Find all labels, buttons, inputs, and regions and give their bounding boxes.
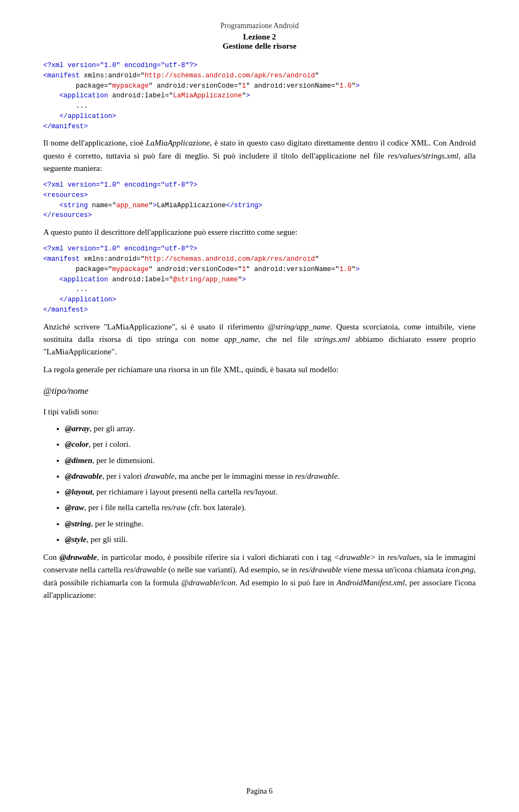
page: Programmazione Android Lezione 2 Gestion… — [0, 0, 519, 812]
header-line1: Lezione 2 — [243, 32, 276, 41]
tipi-list: @array, per gli array. @color, per i col… — [65, 422, 476, 546]
code-block-1: <?xml version="1.0" encoding="utf-8"?> <… — [43, 61, 476, 131]
page-number: Pagina 6 — [247, 787, 273, 795]
i-tipi-validi-label: I tipi validi sono: — [43, 406, 476, 418]
final-paragraph: Con @drawable, in particolar modo, è pos… — [43, 551, 476, 602]
header-line2: Gestione delle risorse — [223, 42, 297, 50]
page-header: Programmazione Android Lezione 2 Gestion… — [43, 22, 476, 51]
list-item-string: @string, per le stringhe. — [65, 518, 476, 530]
list-item-color: @color, per i colori. — [65, 438, 476, 451]
list-item-array: @array, per gli array. — [65, 422, 476, 435]
list-item-layout: @layout, per richiamare i layout present… — [65, 486, 476, 498]
at-tipo-nome: @tipo/nome — [43, 384, 476, 398]
header-top-title: Programmazione Android — [43, 22, 476, 30]
list-item-style: @style, per gli stili. — [65, 533, 476, 546]
paragraph-1: Il nome dell'applicazione, cioè LaMiaApp… — [43, 137, 476, 175]
code-block-3: <?xml version="1.0" encoding="utf-8"?> <… — [43, 244, 476, 315]
code-block-2: <?xml version="1.0" encoding="utf-8"?> <… — [43, 180, 476, 221]
page-footer: Pagina 6 — [0, 787, 519, 796]
paragraph-3: Anziché scrivere "LaMiaApplicazione", si… — [43, 321, 476, 359]
paragraph-4: La regola generale per richiamare una ri… — [43, 364, 476, 376]
header-subtitle: Lezione 2 Gestione delle risorse — [43, 32, 476, 51]
paragraph-2: A questo punto il descrittore dell'appli… — [43, 226, 476, 239]
list-item-dimen: @dimen, per le dimensioni. — [65, 454, 476, 467]
list-item-drawable: @drawable, per i valori drawable, ma anc… — [65, 470, 476, 483]
list-item-raw: @raw, per i file nella cartella res/raw … — [65, 501, 476, 514]
